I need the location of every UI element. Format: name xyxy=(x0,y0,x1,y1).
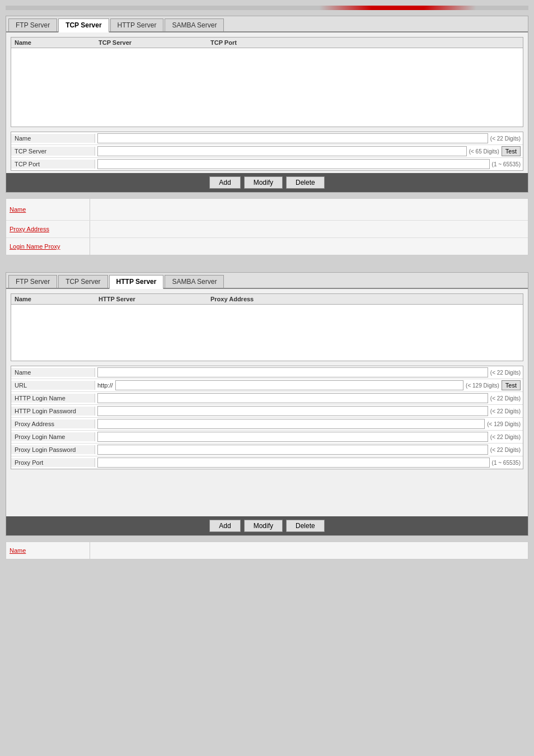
http-table-header: Name HTTP Server Proxy Address xyxy=(11,294,523,305)
http-server-section: FTP Server TCP Server HTTP Server SAMBA … xyxy=(6,272,528,536)
divider-1 xyxy=(6,264,528,272)
http-proxy-login-password-input[interactable] xyxy=(97,445,488,455)
http-login-password-input[interactable] xyxy=(97,406,488,416)
http-proxy-login-name-row: Proxy Login Name (< 22 Digits) xyxy=(11,431,523,444)
tab-tcp-1[interactable]: TCP Server xyxy=(58,18,109,32)
http-login-name-label: HTTP Login Name xyxy=(11,394,95,403)
http-name-input[interactable] xyxy=(97,367,488,377)
http-proxy-port-row: Proxy Port (1 ~ 65535) xyxy=(11,456,523,469)
tcp-port-row: TCP Port (1 ~ 65535) xyxy=(11,158,523,170)
info-content-login-proxy xyxy=(90,238,528,255)
http-proxy-login-name-input-area: (< 22 Digits) xyxy=(95,431,523,443)
http-proxy-port-input[interactable] xyxy=(97,458,490,468)
tcp-server-section: FTP Server TCP Server HTTP Server SAMBA … xyxy=(6,16,528,193)
http-form-name-row: Name (< 22 Digits) xyxy=(11,366,523,379)
http-table-body xyxy=(11,305,523,361)
tcp-name-input[interactable] xyxy=(97,133,488,143)
tcp-port-label: TCP Port xyxy=(11,160,95,169)
tcp-server-row: TCP Server (< 65 Digits) Test xyxy=(11,145,523,158)
tab-ftp-2[interactable]: FTP Server xyxy=(8,275,57,288)
info-row-name-1: Name xyxy=(6,199,528,221)
tcp-add-button[interactable]: Add xyxy=(209,176,240,189)
http-table: Name HTTP Server Proxy Address xyxy=(11,293,523,361)
http-proxy-login-password-row: Proxy Login Password (< 22 Digits) xyxy=(11,444,523,456)
http-modify-button[interactable]: Modify xyxy=(244,520,283,532)
info-content-proxy-addr xyxy=(90,221,528,237)
http-login-password-input-area: (< 22 Digits) xyxy=(95,405,523,417)
info-label-name-1: Name xyxy=(6,199,90,220)
top-bar xyxy=(6,6,528,10)
http-proxy-port-label: Proxy Port xyxy=(11,458,95,467)
http-login-name-input-area: (< 22 Digits) xyxy=(95,392,523,404)
tab-http-2[interactable]: HTTP Server xyxy=(109,275,164,289)
info-section-2: Name xyxy=(6,542,528,559)
tcp-port-input[interactable] xyxy=(97,159,490,169)
info-row-proxy-addr: Proxy Address xyxy=(6,221,528,238)
tcp-form: Name (< 22 Digits) TCP Server (< 65 Digi… xyxy=(11,132,523,171)
tcp-server-label: TCP Server xyxy=(11,147,95,156)
http-test-button[interactable]: Test xyxy=(502,380,521,390)
tcp-tabs: FTP Server TCP Server HTTP Server SAMBA … xyxy=(6,16,528,32)
info-row-name-2: Name xyxy=(6,542,528,559)
tcp-form-name-row: Name (< 22 Digits) xyxy=(11,132,523,145)
http-proxy-login-name-label: Proxy Login Name xyxy=(11,432,95,441)
http-url-input[interactable] xyxy=(115,380,464,390)
tcp-table: Name TCP Server TCP Port xyxy=(11,37,523,127)
info-content-name-2 xyxy=(90,542,528,559)
http-proxy-address-input-area: (< 129 Digits) xyxy=(95,418,523,430)
tab-samba-2[interactable]: SAMBA Server xyxy=(165,275,224,288)
http-add-button[interactable]: Add xyxy=(209,520,240,532)
tcp-server-input[interactable] xyxy=(97,146,467,156)
http-url-input-area: http:// (< 129 Digits) Test xyxy=(95,379,523,391)
info-label-name-2: Name xyxy=(6,542,90,559)
http-name-label: Name xyxy=(11,368,95,377)
http-login-password-row: HTTP Login Password (< 22 Digits) xyxy=(11,405,523,418)
http-action-bar: Add Modify Delete xyxy=(6,516,528,535)
http-form: Name (< 22 Digits) URL http:// (< 129 Di… xyxy=(11,366,523,469)
info-label-login-proxy: Login Name Proxy xyxy=(6,238,90,255)
http-name-input-area: (< 22 Digits) xyxy=(95,366,523,379)
tab-ftp-1[interactable]: FTP Server xyxy=(8,18,57,31)
http-proxy-login-name-input[interactable] xyxy=(97,432,488,442)
http-proxy-address-input[interactable] xyxy=(97,419,485,429)
tcp-port-input-area: (1 ~ 65535) xyxy=(95,158,523,170)
http-login-password-label: HTTP Login Password xyxy=(11,407,95,416)
http-delete-button[interactable]: Delete xyxy=(286,520,325,532)
http-login-name-input[interactable] xyxy=(97,393,488,403)
info-row-login-proxy: Login Name Proxy xyxy=(6,238,528,255)
tcp-table-body xyxy=(11,48,523,127)
tab-samba-1[interactable]: SAMBA Server xyxy=(165,18,224,31)
http-extra-space xyxy=(6,472,528,516)
tab-http-1[interactable]: HTTP Server xyxy=(110,18,164,31)
tcp-name-input-area: (< 22 Digits) xyxy=(95,132,523,144)
tcp-delete-button[interactable]: Delete xyxy=(286,176,325,189)
tcp-modify-button[interactable]: Modify xyxy=(244,176,283,189)
tcp-server-input-area: (< 65 Digits) Test xyxy=(95,145,523,157)
http-url-label: URL xyxy=(11,381,95,390)
http-login-name-row: HTTP Login Name (< 22 Digits) xyxy=(11,392,523,405)
page-wrapper: FTP Server TCP Server HTTP Server SAMBA … xyxy=(6,6,528,559)
tcp-name-label: Name xyxy=(11,134,95,143)
http-url-row: URL http:// (< 129 Digits) Test xyxy=(11,379,523,392)
http-proxy-login-password-input-area: (< 22 Digits) xyxy=(95,444,523,456)
http-proxy-address-row: Proxy Address (< 129 Digits) xyxy=(11,418,523,431)
http-proxy-login-password-label: Proxy Login Password xyxy=(11,445,95,454)
http-proxy-address-label: Proxy Address xyxy=(11,419,95,428)
tcp-action-bar: Add Modify Delete xyxy=(6,173,528,192)
http-tabs: FTP Server TCP Server HTTP Server SAMBA … xyxy=(6,273,528,289)
info-content-name-1 xyxy=(90,199,528,220)
info-label-proxy-addr: Proxy Address xyxy=(6,221,90,237)
tcp-test-button[interactable]: Test xyxy=(502,146,521,156)
tcp-table-header: Name TCP Server TCP Port xyxy=(11,38,523,48)
info-section-1: Name Proxy Address Login Name Proxy xyxy=(6,198,528,255)
tab-tcp-2[interactable]: TCP Server xyxy=(58,275,107,288)
http-proxy-port-input-area: (1 ~ 65535) xyxy=(95,456,523,469)
